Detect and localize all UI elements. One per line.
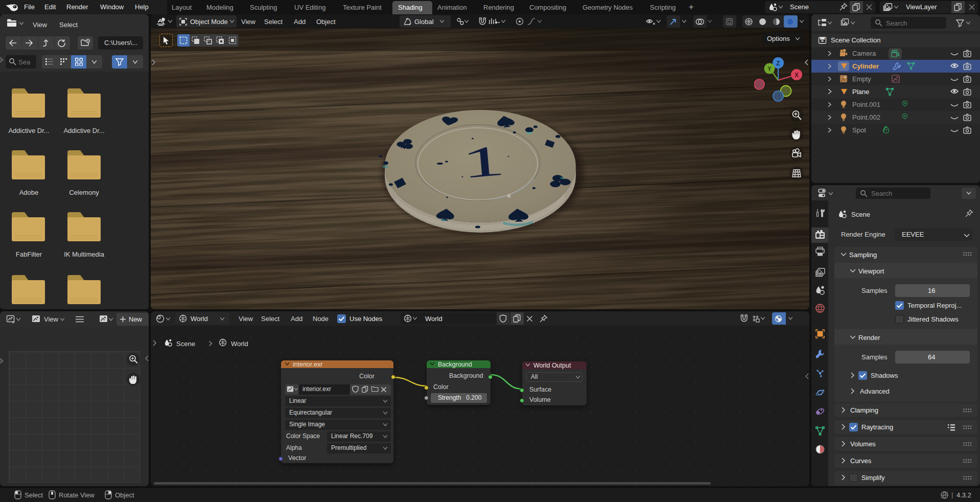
svg-text:X: X xyxy=(795,72,799,79)
svg-text:Z: Z xyxy=(776,60,780,67)
svg-text:Y: Y xyxy=(767,65,772,73)
svg-text:1: 1 xyxy=(459,136,507,188)
